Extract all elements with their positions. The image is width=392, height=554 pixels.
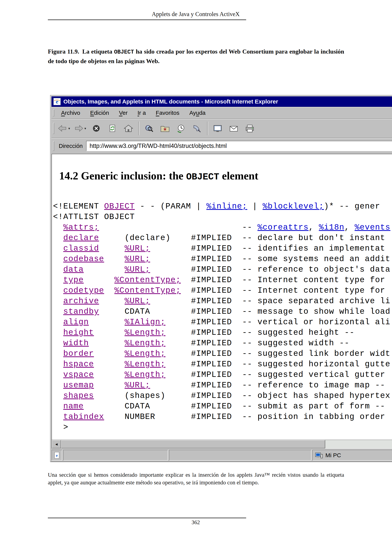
dtd-text: #IMPLIED -- reference to object's data — [150, 265, 390, 274]
dtd-text: - - (PARAM | — [135, 202, 206, 211]
dtd-text — [53, 402, 63, 411]
dtd-link[interactable]: %coreattrs — [258, 223, 308, 232]
menu-item-ir-a[interactable]: Ir a — [133, 110, 151, 116]
dtd-text — [53, 349, 63, 358]
dtd-visited-link[interactable]: %Length; — [125, 328, 166, 337]
dtd-visited-link[interactable]: hspace — [63, 360, 94, 369]
dtd-visited-link[interactable]: standby — [63, 307, 99, 316]
home-icon — [123, 124, 133, 133]
address-input[interactable]: http://www.w3.org/TR/WD-html40/struct/ob… — [86, 141, 392, 151]
search-button[interactable] — [141, 120, 157, 137]
stop-button[interactable] — [88, 120, 104, 137]
menubar-grip[interactable] — [53, 109, 54, 116]
toolbar-grip[interactable] — [53, 123, 54, 134]
dtd-visited-link[interactable]: %Length; — [125, 339, 166, 348]
addressbar-grip[interactable] — [53, 141, 54, 151]
dtd-visited-link[interactable]: shapes — [63, 391, 94, 400]
window-title: Objects, Images, and Applets in HTML doc… — [63, 98, 278, 105]
dtd-visited-link[interactable]: data — [63, 265, 84, 274]
dtd-visited-link[interactable]: usemap — [63, 381, 94, 390]
back-dropdown-caret[interactable]: ▼ — [68, 127, 71, 130]
dtd-visited-link[interactable]: %Length; — [125, 370, 166, 379]
dtd-visited-link[interactable]: vspace — [63, 370, 94, 379]
running-header: Applets de Java y Controles ActiveX — [48, 11, 343, 18]
page-number: 362 — [48, 519, 343, 526]
mail-button[interactable] — [226, 120, 242, 137]
dtd-visited-link[interactable]: codetype — [63, 286, 104, 295]
dtd-text — [53, 328, 63, 337]
dtd-visited-link[interactable]: OBJECT — [104, 202, 135, 211]
dtd-text: #IMPLIED -- Internet content type for — [181, 276, 385, 285]
dtd-text: #IMPLIED -- suggested width -- — [166, 339, 350, 348]
dtd-link[interactable]: %inline; — [206, 202, 247, 211]
dtd-text: #IMPLIED -- suggested vertical gutter — [166, 370, 385, 379]
channels-button[interactable] — [189, 120, 205, 137]
scroll-left-button[interactable]: ◄ — [52, 440, 61, 448]
dtd-text — [89, 318, 125, 327]
address-url: http://www.w3.org/TR/WD-html40/struct/ob… — [90, 143, 227, 149]
dtd-visited-link[interactable]: type — [63, 276, 84, 285]
fullscreen-monitor-icon — [213, 124, 223, 133]
menu-item-archivo[interactable]: Archivo — [56, 110, 85, 116]
heading-text-pre: 14.2 Generic inclusion: the — [59, 170, 186, 182]
browser-window: e Objects, Images, and Applets in HTML d… — [50, 95, 392, 462]
horizontal-scrollbar[interactable]: ◄ — [52, 440, 392, 448]
forward-dropdown-caret[interactable]: ▼ — [84, 127, 87, 130]
dtd-line: standby CDATA #IMPLIED -- message to sho… — [53, 306, 392, 317]
dtd-visited-link[interactable]: align — [63, 318, 89, 327]
history-button[interactable] — [173, 120, 189, 137]
dtd-visited-link[interactable]: %Length; — [125, 360, 166, 369]
dtd-text: NUMBER #IMPLIED -- position in tabbing o… — [104, 412, 385, 422]
menu-item-ver[interactable]: Ver — [114, 110, 133, 116]
dtd-visited-link[interactable]: archive — [63, 297, 99, 306]
dtd-visited-link[interactable]: height — [63, 328, 94, 337]
address-label: Dirección — [56, 143, 86, 149]
dtd-line: shapes (shapes) #IMPLIED -- object has s… — [53, 391, 392, 401]
dtd-text: )* -- gener — [324, 202, 380, 211]
heading-text-post: element — [219, 170, 258, 182]
dtd-visited-link[interactable]: %URL; — [125, 265, 150, 274]
menu-item-favoritos[interactable]: Favoritos — [151, 110, 184, 116]
dtd-text: , — [308, 223, 319, 232]
dtd-visited-link[interactable]: %ContentType; — [114, 286, 181, 295]
favorites-button[interactable] — [157, 120, 173, 137]
print-button[interactable] — [242, 120, 258, 137]
dtd-visited-link[interactable]: width — [63, 339, 89, 348]
menu-item-edición[interactable]: Edición — [85, 110, 114, 116]
figure-caption-label: Figura 11.9. — [48, 48, 79, 55]
dtd-visited-link[interactable]: %URL; — [125, 254, 150, 264]
dtd-link[interactable]: %events — [355, 223, 391, 232]
home-button[interactable] — [120, 120, 136, 137]
status-zone-label: Mi PC — [325, 452, 341, 458]
menu-item-ayuda[interactable]: Ayuda — [184, 110, 210, 116]
dtd-visited-link[interactable]: declare — [63, 233, 99, 242]
dtd-visited-link[interactable]: codebase — [63, 254, 104, 264]
dtd-visited-link[interactable]: %IAlign; — [125, 318, 166, 327]
refresh-button[interactable] — [104, 120, 120, 137]
status-zone-pane: Mi PC — [312, 450, 392, 461]
dtd-link[interactable]: %i18n — [319, 223, 344, 232]
dtd-text — [99, 297, 125, 306]
window-titlebar[interactable]: e Objects, Images, and Applets in HTML d… — [51, 97, 392, 107]
dtd-visited-link[interactable]: name — [63, 402, 84, 411]
dtd-link[interactable]: %blocklevel; — [263, 202, 324, 211]
dtd-text — [53, 297, 63, 306]
back-button[interactable]: ▼ — [56, 120, 72, 137]
dtd-line: usemap %URL; #IMPLIED -- reference to im… — [53, 380, 392, 391]
dtd-visited-link[interactable]: classid — [63, 244, 99, 253]
forward-button[interactable]: ▼ — [72, 120, 88, 137]
dtd-visited-link[interactable]: %URL; — [125, 297, 150, 306]
refresh-icon — [107, 124, 117, 133]
dtd-visited-link[interactable]: %attrs; — [63, 223, 99, 232]
dtd-visited-link[interactable]: border — [63, 349, 94, 358]
toolbar-separator — [207, 121, 208, 135]
dtd-visited-link[interactable]: %URL; — [125, 381, 150, 390]
dtd-visited-link[interactable]: %URL; — [125, 244, 150, 253]
fullscreen-button[interactable] — [210, 120, 226, 137]
svg-text:e: e — [56, 98, 58, 105]
dtd-visited-link[interactable]: %Length; — [125, 349, 166, 358]
scrollbar-thumb[interactable] — [61, 440, 325, 448]
dtd-visited-link[interactable]: %ContentType; — [114, 276, 181, 285]
dtd-visited-link[interactable]: tabindex — [63, 412, 104, 422]
status-page-icon: e — [54, 452, 60, 459]
